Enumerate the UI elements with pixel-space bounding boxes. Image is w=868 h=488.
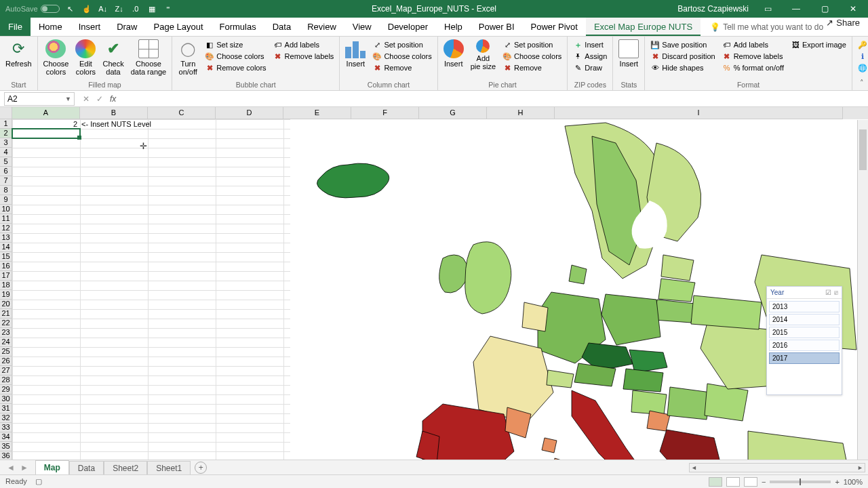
check-data-button[interactable]: ✔Check data [100, 38, 126, 77]
column-header[interactable]: G [419, 107, 487, 119]
new-sheet-button[interactable]: + [195, 462, 207, 474]
cell-b1[interactable]: <- Insert NUTS Level [80, 119, 151, 129]
row-header[interactable]: 7 [0, 176, 12, 186]
discard-position-button[interactable]: ✖Discard position [648, 51, 717, 62]
row-header[interactable]: 24 [0, 338, 12, 347]
bubble-toggle-button[interactable]: ◯Turn on/off [175, 38, 201, 77]
zoom-in-button[interactable]: + [835, 478, 839, 486]
choose-data-range-button[interactable]: Choose data range [128, 38, 170, 77]
formula-input[interactable] [128, 92, 868, 106]
tab-powerbi[interactable]: Power BI [471, 18, 523, 36]
pie-size-button[interactable]: Add pie size [468, 38, 498, 72]
sheet-tab[interactable]: Sheet1 [147, 461, 191, 475]
format-add-labels-button[interactable]: 🏷Add labels [719, 39, 787, 50]
slicer-item[interactable]: 2016 [769, 340, 840, 351]
slicer-item[interactable]: 2013 [769, 301, 840, 312]
sheet-tab[interactable]: Sheet2 [104, 461, 147, 475]
share-button[interactable]: ↗Share [826, 18, 860, 28]
row-header[interactable]: 19 [0, 290, 12, 300]
accept-formula-icon[interactable]: ✓ [96, 94, 103, 104]
export-image-button[interactable]: 🖼Export image [788, 39, 849, 50]
row-header[interactable]: 34 [0, 432, 12, 442]
row-header[interactable]: 28 [0, 375, 12, 385]
remove-colors-button[interactable]: ✖Remove colors [202, 62, 269, 73]
tab-home[interactable]: Home [31, 18, 71, 36]
column-remove-button[interactable]: ✖Remove [370, 62, 434, 73]
fx-icon[interactable]: fx [110, 94, 120, 104]
sort-desc-icon[interactable]: Z↓ [114, 3, 125, 14]
tell-me-search[interactable]: 💡Tell me what you want to do [701, 18, 823, 36]
pie-remove-button[interactable]: ✖Remove [500, 62, 564, 73]
tab-view[interactable]: View [344, 18, 380, 36]
pagebreak-view-button[interactable] [744, 477, 757, 487]
sheet-tab[interactable]: Data [69, 461, 104, 475]
format-remove-labels-button[interactable]: ✖Remove labels [719, 51, 787, 62]
about-button[interactable]: ℹAbout Excel Map [855, 51, 868, 62]
cancel-formula-icon[interactable]: ✕ [83, 94, 90, 104]
pie-colors-button[interactable]: 🎨Choose colors [500, 51, 564, 62]
zip-assign-button[interactable]: 🖈Assign [570, 51, 610, 62]
row-header[interactable]: 11 [0, 214, 12, 224]
slicer-item[interactable]: 2015 [769, 327, 840, 338]
column-colors-button[interactable]: 🎨Choose colors [370, 51, 434, 62]
row-header[interactable]: 33 [0, 423, 12, 432]
normal-view-button[interactable] [709, 477, 722, 487]
qat-more-icon[interactable]: ⁼ [163, 3, 174, 14]
pagelayout-view-button[interactable] [726, 477, 740, 487]
tab-file[interactable]: File [0, 18, 31, 36]
row-header[interactable]: 18 [0, 281, 12, 290]
user-name[interactable]: Bartosz Czapiewski [677, 4, 749, 14]
pct-format-button[interactable]: %% format on/off [719, 62, 787, 73]
column-header[interactable]: I [555, 107, 843, 119]
name-box[interactable]: A2▼ [4, 92, 75, 106]
row-header[interactable]: 25 [0, 347, 12, 357]
row-header[interactable]: 8 [0, 186, 12, 195]
decimal-icon[interactable]: .0 [130, 3, 141, 14]
row-header[interactable]: 23 [0, 328, 12, 338]
pivot-icon[interactable]: ▦ [146, 3, 157, 14]
website-link[interactable]: 🌐Maps-for-Excel.com [855, 62, 868, 73]
row-header[interactable]: 17 [0, 271, 12, 281]
row-header[interactable]: 29 [0, 385, 12, 394]
cell-a1[interactable]: 2 [12, 119, 80, 129]
choose-colors-button[interactable]: Choose colors [41, 38, 72, 77]
clear-filter-icon[interactable]: ⎚ [834, 289, 838, 296]
tab-excel-map[interactable]: Excel Map Europe NUTS [586, 18, 701, 36]
add-labels-button[interactable]: 🏷Add labels [271, 39, 337, 50]
maximize-icon[interactable]: ▢ [815, 4, 834, 14]
tab-draw[interactable]: Draw [108, 18, 145, 36]
active-cell[interactable] [12, 128, 81, 139]
row-header[interactable]: 32 [0, 413, 12, 423]
sheet-next-icon[interactable]: ► [20, 463, 28, 472]
row-header[interactable]: 10 [0, 205, 12, 214]
row-header[interactable]: 3 [0, 138, 12, 148]
edit-colors-button[interactable]: Edit colors [73, 38, 98, 77]
cells-area[interactable]: 2 <- Insert NUTS Level ✛ [12, 119, 868, 461]
row-header[interactable]: 31 [0, 404, 12, 413]
tab-data[interactable]: Data [264, 18, 299, 36]
tab-powerpivot[interactable]: Power Pivot [523, 18, 586, 36]
autosave-toggle[interactable]: AutoSave [5, 5, 60, 13]
column-header[interactable]: C [148, 107, 216, 119]
row-header[interactable]: 22 [0, 319, 12, 328]
row-header[interactable]: 12 [0, 224, 12, 233]
macro-record-icon[interactable]: ▢ [35, 477, 42, 486]
row-header[interactable]: 21 [0, 309, 12, 319]
sheet-tab-map[interactable]: Map [35, 460, 69, 476]
tab-insert[interactable]: Insert [71, 18, 109, 36]
save-position-button[interactable]: 💾Save position [648, 39, 717, 50]
row-header[interactable]: 16 [0, 262, 12, 271]
zoom-level[interactable]: 100% [844, 478, 863, 486]
remove-labels-button[interactable]: ✖Remove labels [271, 51, 337, 62]
row-header[interactable]: 9 [0, 195, 12, 205]
set-size-button[interactable]: ◧Set size [202, 39, 269, 50]
column-header[interactable]: B [80, 107, 148, 119]
horizontal-scrollbar[interactable]: ◄► [689, 463, 865, 472]
column-header[interactable]: F [351, 107, 419, 119]
column-header[interactable]: A [12, 107, 80, 119]
minimize-icon[interactable]: — [787, 4, 806, 14]
row-header[interactable]: 15 [0, 252, 12, 262]
row-header[interactable]: 20 [0, 300, 12, 309]
row-header[interactable]: 13 [0, 233, 12, 243]
stats-insert-button[interactable]: Insert [616, 38, 642, 69]
